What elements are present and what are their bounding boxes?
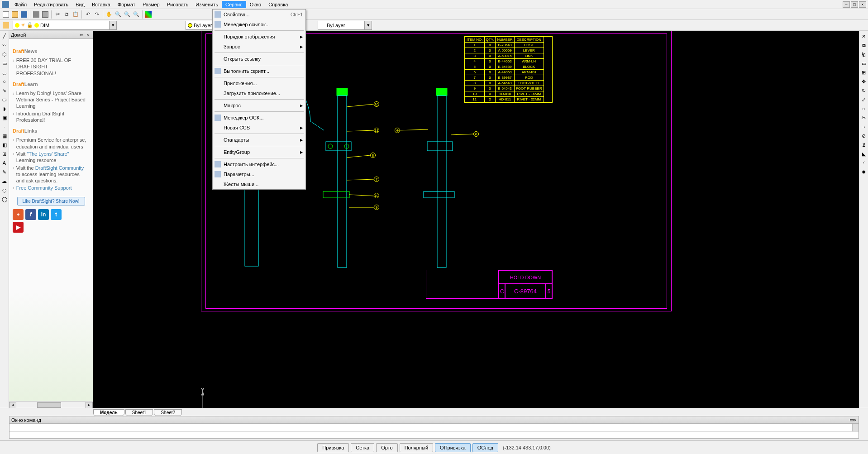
osnap-toggle[interactable]: ОПривязка xyxy=(435,443,471,452)
close-button[interactable]: × xyxy=(859,1,866,8)
ortho-toggle[interactable]: Орто xyxy=(376,443,397,452)
cut-icon[interactable]: ✂ xyxy=(53,10,62,19)
facebook-icon[interactable]: f xyxy=(25,209,36,220)
block-icon[interactable]: ▣ xyxy=(0,114,9,122)
menu-item[interactable]: Приложения... xyxy=(213,78,305,88)
copy-icon[interactable]: ⧉ xyxy=(62,10,71,19)
menu-item[interactable]: Параметры... xyxy=(213,169,305,179)
menu-item[interactable]: Новая CCS▶ xyxy=(213,123,305,133)
erase-icon[interactable]: ✕ xyxy=(860,32,868,40)
menu-item[interactable]: Макрос▶ xyxy=(213,100,305,110)
scrollbar[interactable] xyxy=(852,424,858,431)
pin-icon[interactable]: ▭ xyxy=(849,417,854,423)
maximize-button[interactable]: □ xyxy=(851,1,858,8)
command-history[interactable] xyxy=(10,424,858,432)
properties-icon[interactable] xyxy=(144,10,153,19)
fillet-icon[interactable]: ◜ xyxy=(860,159,868,167)
copy-obj-icon[interactable]: ⧉ xyxy=(860,41,868,49)
mirror-icon[interactable]: ⧎ xyxy=(860,50,868,58)
paste-icon[interactable]: 📋 xyxy=(72,10,80,19)
rotate-icon[interactable]: ↻ xyxy=(860,86,868,95)
note-icon[interactable]: ✎ xyxy=(0,168,9,176)
menu-item[interactable]: Стандарты▶ xyxy=(213,135,305,145)
youtube-icon[interactable]: ▶ xyxy=(13,222,24,233)
addthis-icon[interactable]: + xyxy=(13,209,24,220)
offset-icon[interactable]: ▭ xyxy=(860,59,868,67)
learn-item[interactable]: Learn by Doing! Lyons' Share Webinar Ser… xyxy=(16,90,89,110)
command-input[interactable]: : xyxy=(10,432,858,438)
tab-sheet1[interactable]: Sheet1 xyxy=(125,409,153,416)
menu-modify[interactable]: Изменить xyxy=(192,1,222,8)
scroll-thumb[interactable] xyxy=(37,402,62,408)
layer-combo[interactable]: ☀ 🔓 DIM ▾ xyxy=(13,21,117,30)
line-icon[interactable]: ╱ xyxy=(0,32,9,40)
redo-icon[interactable]: ↷ xyxy=(93,10,101,19)
menu-item[interactable]: Свойства...Ctrl+1 xyxy=(213,10,305,19)
learn-item[interactable]: Introducing DraftSight Professional! xyxy=(16,110,89,124)
scale-icon[interactable]: ⤢ xyxy=(860,96,868,104)
cloud-icon[interactable]: ☁ xyxy=(0,177,9,185)
tab-sheet2[interactable]: Sheet2 xyxy=(154,409,182,416)
join-icon[interactable]: ⊻ xyxy=(860,141,868,149)
menu-edit[interactable]: Редактировать xyxy=(30,1,72,8)
menu-item[interactable]: Настроить интерфейс... xyxy=(213,159,305,169)
menu-dim[interactable]: Размер xyxy=(139,1,163,8)
mask-icon[interactable]: ◌ xyxy=(0,186,9,194)
zoom-ext-icon[interactable]: 🔍 xyxy=(132,10,140,19)
pan-icon[interactable]: ✋ xyxy=(105,10,113,19)
new-icon[interactable] xyxy=(2,10,10,19)
close-icon[interactable]: × xyxy=(85,32,91,38)
arc-icon[interactable]: ◡ xyxy=(0,68,9,76)
polygon-icon[interactable]: ⬡ xyxy=(0,50,9,58)
grid-toggle[interactable]: Сетка xyxy=(351,443,374,452)
save-icon[interactable] xyxy=(20,10,28,19)
menu-insert[interactable]: Вставка xyxy=(88,1,114,8)
trim-icon[interactable]: ✂ xyxy=(860,114,868,122)
menu-tools[interactable]: Сервис xyxy=(222,1,246,8)
menu-item[interactable]: Выполнить скрипт... xyxy=(213,66,305,76)
ellipse-icon[interactable]: ⬭ xyxy=(0,96,9,104)
open-icon[interactable] xyxy=(11,10,19,19)
point-icon[interactable]: · xyxy=(0,123,9,131)
menu-item[interactable]: Запрос▶ xyxy=(213,42,305,52)
table-icon[interactable]: ⊞ xyxy=(0,150,9,158)
menu-format[interactable]: Формат xyxy=(114,1,139,8)
zoom-prev-icon[interactable]: 🔍 xyxy=(123,10,131,19)
region-icon[interactable]: ◧ xyxy=(0,141,9,149)
menu-item[interactable]: Открыть ссылку xyxy=(213,54,305,64)
print-icon[interactable] xyxy=(32,10,40,19)
menu-view[interactable]: Вид xyxy=(72,1,88,8)
share-button[interactable]: Like DraftSight? Share Now! xyxy=(17,197,85,205)
menu-item[interactable]: Загрузить приложение... xyxy=(213,88,305,98)
layers-icon[interactable] xyxy=(2,21,10,29)
spline-icon[interactable]: ∿ xyxy=(0,86,9,95)
linetype-combo[interactable]: — ByLayer ▾ xyxy=(318,21,372,30)
tab-model[interactable]: Модель xyxy=(93,409,124,416)
pin-icon[interactable]: ▭ xyxy=(78,32,85,38)
menu-item[interactable]: Порядок отображения▶ xyxy=(213,32,305,42)
minimize-button[interactable]: – xyxy=(843,1,850,8)
circle-icon[interactable]: ○ xyxy=(0,77,9,86)
chevron-down-icon[interactable]: ▾ xyxy=(109,21,116,29)
home-scrollbar[interactable]: ◂ ▸ xyxy=(9,401,93,408)
menu-window[interactable]: Окно xyxy=(246,1,265,8)
close-icon[interactable]: × xyxy=(854,417,857,423)
stretch-icon[interactable]: ↔ xyxy=(860,105,868,113)
extend-icon[interactable]: → xyxy=(860,123,868,131)
explode-icon[interactable]: ✹ xyxy=(860,168,868,176)
menu-draw[interactable]: Рисовать xyxy=(163,1,192,8)
otrack-toggle[interactable]: ОСлед xyxy=(472,443,498,452)
scroll-left-icon[interactable]: ◂ xyxy=(9,402,16,408)
polyline-icon[interactable]: 〰 xyxy=(0,41,9,49)
news-item[interactable]: FREE 30 DAY TRIAL OF DRAFTSIGHT PROFESSI… xyxy=(16,57,89,76)
chevron-down-icon[interactable]: ▾ xyxy=(364,21,372,29)
scroll-right-icon[interactable]: ▸ xyxy=(86,402,93,408)
move-icon[interactable]: ✥ xyxy=(860,77,868,86)
links-item[interactable]: Free Community Support xyxy=(16,185,72,191)
ellipse-arc-icon[interactable]: ◗ xyxy=(0,105,9,113)
twitter-icon[interactable]: t xyxy=(51,209,62,220)
menu-item[interactable]: EntityGroup▶ xyxy=(213,147,305,157)
rectangle-icon[interactable]: ▭ xyxy=(0,59,9,67)
menu-file[interactable]: Файл xyxy=(11,1,30,8)
menu-item[interactable]: Менеджер ОСК... xyxy=(213,113,305,123)
